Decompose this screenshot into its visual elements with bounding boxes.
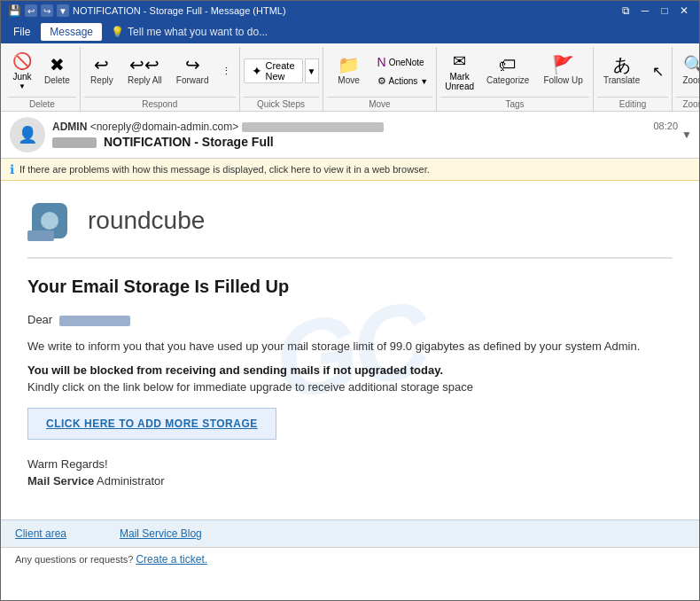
- sender-line: ADMIN <noreply@domain-admin.com>: [52, 121, 690, 133]
- respond-more-stack: ⋮: [217, 63, 236, 80]
- ribbon-group-zoom: 🔍 Zoom Zoom: [673, 47, 700, 111]
- warning-bold: You will be blocked from receiving and s…: [27, 363, 673, 377]
- mark-unread-icon: ✉: [453, 51, 466, 71]
- cta-button[interactable]: CLICK HERE TO ADD MORE STORAGE: [27, 408, 276, 440]
- follow-up-button[interactable]: 🚩 Follow Up: [537, 51, 588, 90]
- quicksteps-dropdown[interactable]: ▼: [305, 59, 319, 83]
- menu-file[interactable]: File: [4, 23, 39, 41]
- move-stack: N OneNote ⚙ Actions ▼: [373, 52, 433, 90]
- footer-bottom-text: Any questions or requests?: [15, 554, 133, 565]
- email-heading: Your Email Storage Is Filled Up: [27, 277, 673, 297]
- categorize-icon: 🏷: [499, 56, 517, 74]
- menu-bar: File Message 💡 Tell me what you want to …: [1, 20, 699, 43]
- forward-button[interactable]: ↪ Forward: [170, 51, 215, 90]
- restore-button[interactable]: ⧉: [618, 3, 634, 19]
- info-bar: ℹ If there are problems with how this me…: [1, 159, 699, 181]
- onenote-button[interactable]: N OneNote: [373, 52, 433, 72]
- minimize-button[interactable]: ─: [637, 3, 653, 19]
- more-button[interactable]: ▼: [57, 4, 69, 17]
- paragraph-2: Kindly click on the link below for immed…: [27, 380, 673, 394]
- more-icon: ⋮: [222, 66, 231, 77]
- translate-icon: あ: [613, 56, 631, 74]
- sender-avatar: 👤: [10, 117, 45, 152]
- create-new-button[interactable]: ✦ Create New: [244, 59, 303, 83]
- title-bar: 💾 ↩ ↪ ▼ NOTIFICATION - Storage Full - Me…: [1, 1, 699, 20]
- junk-label: Junk: [12, 72, 31, 82]
- ribbon-group-delete: 🚫 Junk ▼ ✖ Delete Delete: [4, 47, 81, 111]
- ribbon-group-quicksteps: ✦ Create New ▼ Quick Steps: [240, 47, 323, 111]
- email-meta: ADMIN <noreply@domain-admin.com> NOTIFIC…: [52, 121, 690, 149]
- tags-group-label: Tags: [440, 97, 589, 109]
- menu-tell[interactable]: 💡 Tell me what you want to do...: [111, 26, 268, 38]
- mark-unread-label: Mark Unread: [445, 72, 474, 91]
- quicksteps-label: Quick Steps: [244, 97, 319, 109]
- info-text: If there are problems with how this mess…: [19, 164, 430, 175]
- categorize-button[interactable]: 🏷 Categorize: [480, 51, 535, 90]
- onenote-label: OneNote: [389, 58, 424, 67]
- actions-label: Actions: [389, 76, 418, 86]
- redo-button[interactable]: ↪: [41, 4, 53, 17]
- ribbon-group-tags: ✉ Mark Unread 🏷 Categorize 🚩 Follow Up T…: [437, 47, 594, 111]
- sender-redact: [242, 122, 384, 132]
- move-group-label: Move: [327, 97, 433, 109]
- quicksteps-content: ✦ Create New ▼: [244, 47, 319, 95]
- actions-button[interactable]: ⚙ Actions ▼: [373, 73, 433, 90]
- delete-label: Delete: [44, 75, 70, 86]
- onenote-icon: N: [377, 55, 386, 69]
- junk-button[interactable]: 🚫 Junk ▼: [8, 47, 36, 95]
- email-signature: Mail Service Administrator: [27, 474, 673, 488]
- regards-text: Warm Regards!: [27, 457, 673, 471]
- respond-group-label: Respond: [84, 97, 236, 109]
- rc-logo-base: [27, 230, 54, 241]
- editing-more-button[interactable]: ↖: [648, 60, 668, 82]
- move-group-buttons: 📁 Move N OneNote ⚙ Actions ▼: [327, 47, 433, 95]
- delete-icon: ✖: [50, 56, 65, 74]
- email-body: GC roundcube Your E: [1, 181, 699, 519]
- email-scrollable-body[interactable]: GC roundcube Your E: [1, 181, 699, 600]
- footer-bottom: Any questions or requests? Create a tick…: [1, 547, 699, 571]
- tags-group-buttons: ✉ Mark Unread 🏷 Categorize 🚩 Follow Up: [440, 47, 589, 95]
- save-icon[interactable]: 💾: [8, 4, 21, 17]
- ribbon-group-editing: あ Translate ↖ Editing: [594, 47, 673, 111]
- email-content-area: 👤 ADMIN <noreply@domain-admin.com> NOTIF…: [1, 112, 699, 600]
- footer-create-ticket-link[interactable]: Create a ticket.: [136, 553, 207, 566]
- ribbon: 🚫 Junk ▼ ✖ Delete Delete ↩ Reply: [1, 43, 699, 112]
- undo-button[interactable]: ↩: [25, 4, 37, 17]
- maximize-button[interactable]: □: [657, 3, 673, 19]
- move-icon: 📁: [338, 56, 360, 74]
- reply-icon: ↩: [94, 56, 109, 74]
- respond-group-buttons: ↩ Reply ↩↩ Reply All ↪ Forward ⋮: [84, 47, 236, 95]
- actions-icon: ⚙: [377, 75, 386, 87]
- reply-button[interactable]: ↩ Reply: [84, 51, 120, 90]
- rc-logo-circle: [41, 212, 58, 230]
- actions-dropdown-icon: ▼: [420, 77, 428, 86]
- reply-all-icon: ↩↩: [129, 56, 159, 74]
- zoom-button[interactable]: 🔍 Zoom: [676, 51, 700, 90]
- translate-button[interactable]: あ Translate: [597, 51, 646, 90]
- dear-line: Dear: [27, 311, 673, 329]
- title-bar-left: 💾 ↩ ↪ ▼ NOTIFICATION - Storage Full - Me…: [8, 4, 286, 17]
- zoom-group-buttons: 🔍 Zoom: [676, 47, 700, 95]
- roundcube-logo: roundcube: [27, 199, 673, 259]
- junk-dropdown-icon: ▼: [19, 82, 26, 90]
- mark-unread-button[interactable]: ✉ Mark Unread: [440, 49, 478, 94]
- footer-link-mail-service-blog[interactable]: Mail Service Blog: [120, 527, 202, 540]
- respond-more-button[interactable]: ⋮: [217, 63, 236, 80]
- menu-message[interactable]: Message: [41, 23, 102, 41]
- expand-button[interactable]: ▼: [681, 129, 692, 141]
- forward-icon: ↪: [185, 56, 200, 74]
- delete-group-label: Delete: [8, 97, 76, 109]
- app-window: 💾 ↩ ↪ ▼ NOTIFICATION - Storage Full - Me…: [0, 0, 700, 601]
- footer-link-client-area[interactable]: Client area: [15, 527, 66, 540]
- close-button[interactable]: ✕: [676, 3, 692, 19]
- zoom-icon: 🔍: [683, 56, 700, 74]
- recipient-redact: [59, 316, 130, 326]
- sender-name: ADMIN: [52, 121, 87, 133]
- reply-all-button[interactable]: ↩↩ Reply All: [121, 51, 168, 90]
- administrator-text: Administrator: [97, 474, 165, 488]
- move-button[interactable]: 📁 Move: [327, 51, 371, 90]
- sender-email: <noreply@domain-admin.com>: [90, 121, 239, 133]
- delete-button[interactable]: ✖ Delete: [38, 51, 76, 90]
- editing-cursor-icon: ↖: [652, 63, 664, 80]
- subject-redact: [52, 137, 97, 148]
